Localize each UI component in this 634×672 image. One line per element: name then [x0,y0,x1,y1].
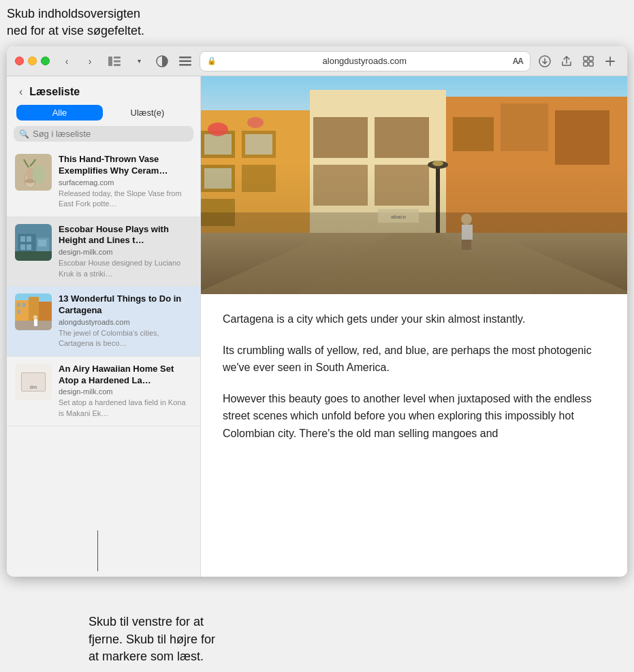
svg-rect-72 [466,240,471,250]
svg-rect-38 [34,319,37,326]
item-info: 13 Wonderful Things to Do in Cartagena a… [59,293,192,349]
annotation-bottom: Skub til venstre for at fjerne. Skub til… [89,613,215,665]
svg-rect-70 [462,225,473,240]
back-button[interactable]: ‹ [58,52,76,70]
svg-rect-47 [242,165,276,192]
item-title: This Hand-Thrown Vase Exemplifies Why Ce… [59,154,192,177]
svg-point-69 [461,214,472,225]
maximize-button[interactable] [41,57,50,65]
item-info: Escobar House Plays with Height and Line… [59,224,192,280]
svg-rect-45 [201,199,235,226]
filter-unread-tab[interactable]: Ulæst(e) [104,105,191,121]
browser-window: ‹ › ▾ [7,46,627,577]
svg-rect-11 [584,62,588,66]
item-excerpt: The jewel of Colombia's cities, Cartagen… [59,328,192,349]
svg-rect-12 [589,62,593,66]
svg-rect-26 [38,240,46,246]
search-icon: 🔍 [19,129,29,139]
svg-rect-10 [589,57,593,61]
svg-rect-27 [15,251,52,261]
svg-rect-7 [179,64,191,66]
tabs-button[interactable] [580,52,597,70]
reader-button[interactable] [153,52,171,70]
item-title: 13 Wonderful Things to Do in Cartagena [59,293,192,317]
sidebar-back-button[interactable]: ‹ [16,84,25,99]
article-body: Cartagena is a city which gets under you… [201,294,627,473]
sidebar-title: Læseliste [29,86,80,98]
svg-rect-35 [17,310,20,314]
new-tab-button[interactable] [601,52,619,70]
list-item[interactable]: Escobar House Plays with Height and Line… [7,217,200,287]
svg-rect-62 [555,110,609,165]
svg-text:abaco: abaco [391,214,406,220]
item-title: Escobar House Plays with Height and Line… [59,224,192,247]
svg-rect-2 [114,60,121,62]
svg-rect-49 [245,134,272,155]
svg-point-37 [33,315,37,319]
svg-rect-44 [201,165,235,192]
filter-all-tab[interactable]: Alle [16,105,103,121]
main-content[interactable]: abaco Cartagena is a city which gets und… [201,76,627,577]
list-view-button[interactable] [176,52,194,70]
close-button[interactable] [15,57,24,65]
svg-rect-55 [313,117,368,158]
sidebar-toggle-button[interactable] [104,52,125,70]
svg-rect-73 [201,212,627,294]
svg-rect-21 [20,236,25,242]
article-paragraph-2: Its crumbling walls of yellow, red, and … [223,342,605,377]
svg-marker-64 [201,233,627,294]
article-paragraph-1: Cartagena is a city which gets under you… [223,310,605,328]
svg-rect-0 [108,57,112,66]
svg-rect-56 [313,165,368,206]
share-button[interactable] [558,52,575,70]
item-domain: design-milk.com [59,248,192,256]
svg-rect-50 [204,168,232,189]
address-text: alongdustyroads.com [221,56,509,66]
svg-rect-48 [204,134,232,155]
sidebar-header: ‹ Læseliste [7,76,200,105]
svg-rect-60 [453,117,494,151]
svg-rect-3 [114,64,121,66]
forward-button[interactable]: › [81,52,99,70]
download-button[interactable] [536,52,554,70]
svg-rect-71 [462,240,466,250]
search-input[interactable] [33,129,188,139]
item-domain: alongdustyroads.com [59,318,192,326]
title-bar: ‹ › ▾ [7,46,627,76]
article-paragraph-3: However this beauty goes to another leve… [223,390,605,443]
item-thumbnail [15,154,52,191]
minimize-button[interactable] [28,57,37,65]
reader-mode-button[interactable]: AA [513,57,523,66]
svg-marker-65 [296,233,535,294]
svg-rect-63 [201,233,627,294]
search-box[interactable]: 🔍 [14,126,193,142]
sidebar-menu-button[interactable]: ▾ [130,52,148,70]
item-info: An Airy Hawaiian Home Set Atop a Hardene… [59,364,192,419]
item-info: This Hand-Thrown Vase Exemplifies Why Ce… [59,154,192,210]
item-domain: surfacemag.com [59,178,192,187]
traffic-lights [15,57,50,65]
svg-rect-22 [27,236,31,242]
annotation-top: Skub indholdsoversigten ned for at vise … [7,5,144,39]
sidebar: ‹ Læseliste Alle Ulæst(e) 🔍 [7,76,201,577]
svg-rect-1 [114,57,121,59]
svg-point-52 [247,117,264,128]
reading-list: This Hand-Thrown Vase Exemplifies Why Ce… [7,147,200,577]
item-thumbnail: dm [15,364,52,400]
annotation-line [97,530,98,571]
svg-rect-36 [15,321,52,330]
address-bar[interactable]: 🔒 alongdustyroads.com AA [200,51,530,71]
list-item[interactable]: dm An Airy Hawaiian Home Set Atop a Hard… [7,357,200,427]
item-domain: design-milk.com [59,387,192,396]
lock-icon: 🔒 [207,57,217,65]
svg-rect-5 [179,57,191,59]
item-title: An Airy Hawaiian Home Set Atop a Hardene… [59,364,192,387]
list-item[interactable]: 13 Wonderful Things to Do in Cartagena a… [7,287,200,357]
svg-rect-9 [584,57,588,61]
svg-rect-58 [375,165,429,206]
svg-rect-57 [375,117,429,158]
list-item[interactable]: This Hand-Thrown Vase Exemplifies Why Ce… [7,147,200,217]
browser-content: ‹ Læseliste Alle Ulæst(e) 🔍 [7,76,627,577]
hero-image: abaco [201,76,627,294]
filter-tabs: Alle Ulæst(e) [7,105,200,126]
